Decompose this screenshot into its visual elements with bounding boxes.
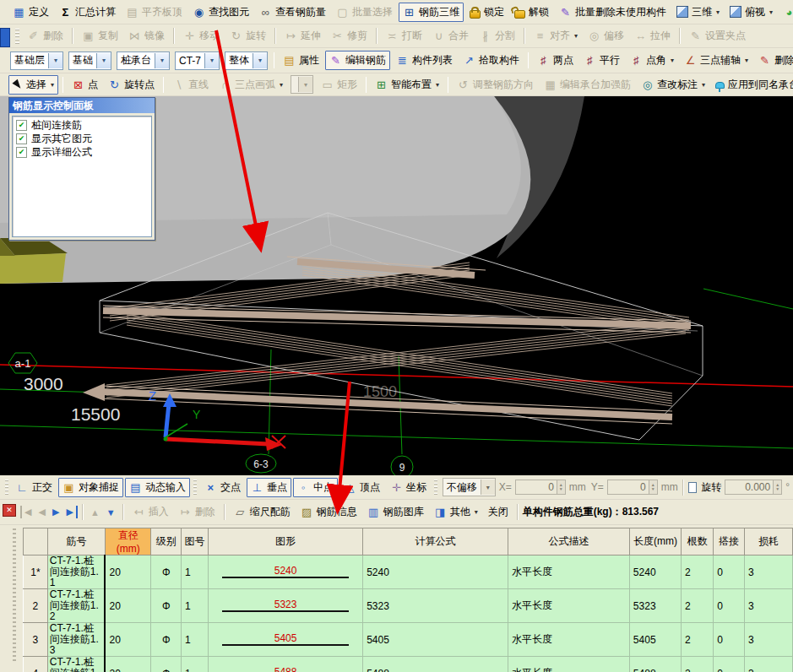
orbit-button[interactable]: ◕动态观察 [779, 3, 793, 22]
pick-component-button[interactable]: ↗拾取构件 [459, 51, 524, 70]
col-header-grade[interactable]: 级别 [151, 528, 182, 555]
row-header[interactable]: 4 [24, 657, 48, 672]
scaled-rebar-button[interactable]: ▱缩尺配筋 [230, 502, 295, 522]
delete-axis-button[interactable]: ✎删除 [754, 51, 793, 70]
rotate-angle-stepper[interactable]: 0.000▲▼ [725, 480, 782, 495]
apply-to-same-cap-button[interactable]: 应用到同名承台 [711, 75, 793, 95]
col-header-quantity[interactable]: 根数 [681, 528, 713, 555]
chevron-down-icon[interactable]: ▾ [745, 57, 748, 64]
component-list-button[interactable]: ≣构件列表 [392, 51, 457, 70]
row-header[interactable]: 3 [24, 623, 48, 657]
col-header-lap[interactable]: 搭接 [714, 528, 745, 555]
chevron-down-icon[interactable]: ▾ [51, 81, 54, 89]
col-header-length[interactable]: 长度(mm) [629, 528, 681, 555]
rotate-point-button[interactable]: ↻旋转点 [104, 75, 159, 95]
x-coordinate-stepper[interactable]: 0▲▼ [515, 480, 566, 495]
row-header[interactable]: 1* [24, 555, 48, 589]
component-combo[interactable]: CT-7▾ [175, 51, 220, 70]
toolbar-grip[interactable] [434, 480, 437, 495]
vertex-snap-button[interactable]: △顶点 [339, 478, 384, 497]
chevron-down-icon[interactable]: ▾ [702, 81, 705, 89]
table-row[interactable]: 3 CT-7-1.桩间连接筋1.3 20 Φ 1 5405 5405 水平长度 … [24, 623, 793, 657]
find-element-button[interactable]: ◉查找图元 [188, 3, 253, 22]
rebar-display-panel[interactable]: 钢筋显示控制面板 ✔ 桩间连接筋 ✔ 显示其它图元 ✔ 显示详细公式 [8, 97, 155, 241]
toolbar-grip[interactable] [193, 480, 197, 495]
other-menu-button[interactable]: ◨其他▾ [430, 502, 482, 522]
chevron-down-icon[interactable]: ▾ [475, 508, 478, 516]
edit-annotation-button[interactable]: ◎查改标注▾ [637, 75, 709, 95]
top-view-button[interactable]: 俯视▾ [725, 3, 777, 22]
close-pane-button[interactable]: ✕ [3, 504, 16, 517]
ortho-button[interactable]: ∟正交 [12, 478, 57, 497]
chevron-down-icon[interactable]: ▾ [716, 8, 720, 16]
summary-calc-button[interactable]: Σ汇总计算 [55, 3, 120, 22]
rebar-library-button[interactable]: ▥钢筋图库 [363, 502, 428, 522]
col-header-figure[interactable]: 图号 [182, 528, 209, 555]
chevron-down-icon[interactable]: ▾ [671, 57, 674, 64]
last-row-button[interactable]: ▶ [63, 506, 77, 518]
two-point-axis-button[interactable]: ♯两点 [533, 51, 578, 70]
point-button[interactable]: ⊠点 [68, 75, 102, 95]
scope-combo[interactable]: 整体▾ [225, 51, 268, 70]
rebar-3d-button[interactable]: ⊞钢筋三维 [399, 3, 464, 22]
panel-item-pile-link-rebar[interactable]: ✔ 桩间连接筋 [13, 118, 151, 132]
checkbox-checked-icon[interactable]: ✔ [16, 147, 27, 158]
lock-button[interactable]: 锁定 [465, 3, 508, 22]
floor-combo[interactable]: 基础层▾ [10, 51, 63, 70]
batch-delete-unused-button[interactable]: ✎批量删除未使用构件 [555, 3, 671, 22]
checkbox-checked-icon[interactable]: ✔ [16, 133, 27, 144]
drag-handle[interactable] [13, 528, 16, 664]
view-rebar-qty-button[interactable]: ∞查看钢筋量 [255, 3, 330, 22]
define-button[interactable]: ▦定义 [8, 3, 53, 22]
element-type-combo[interactable]: 桩承台▾ [117, 51, 170, 70]
chevron-down-icon[interactable]: ▾ [48, 53, 62, 68]
panel-title[interactable]: 钢筋显示控制面板 [9, 98, 155, 113]
col-header-formula[interactable]: 计算公式 [363, 528, 508, 555]
chevron-down-icon[interactable]: ▾ [253, 53, 267, 68]
smart-layout-button[interactable]: ⊞智能布置▾ [371, 75, 443, 95]
intersection-snap-button[interactable]: ×交点 [200, 478, 245, 497]
view-3d-button[interactable]: 三维▾ [672, 3, 724, 22]
chevron-down-icon[interactable]: ▾ [155, 53, 169, 68]
coordinate-snap-button[interactable]: ✛坐标 [386, 478, 431, 497]
table-row[interactable]: 2 CT-7-1.桩间连接筋1.2 20 Φ 1 5323 5323 水平长度 … [24, 589, 793, 623]
panel-item-show-detail-formula[interactable]: ✔ 显示详细公式 [13, 145, 151, 159]
midpoint-snap-button[interactable]: ◦中点 [293, 478, 338, 497]
select-button[interactable]: 选择▾ [8, 75, 58, 95]
chevron-down-icon[interactable]: ▾ [96, 53, 111, 68]
col-header-shape[interactable]: 图形 [208, 528, 362, 555]
close-table-button[interactable]: 关闭 [484, 502, 513, 522]
toolbar-grip[interactable] [5, 480, 8, 495]
corner-header[interactable] [24, 528, 48, 555]
chevron-down-icon[interactable]: ▾ [769, 8, 773, 16]
offset-mode-combo[interactable]: 不偏移▾ [443, 478, 496, 496]
chevron-down-icon[interactable]: ▾ [436, 81, 439, 89]
point-angle-axis-button[interactable]: ♯点角▾ [626, 51, 678, 70]
spin-down-icon[interactable]: ▼ [651, 487, 655, 491]
object-snap-button[interactable]: ▣对象捕捉 [58, 478, 123, 497]
panel-item-show-other-elements[interactable]: ✔ 显示其它图元 [13, 132, 151, 145]
chevron-down-icon[interactable]: ▾ [204, 53, 219, 68]
dynamic-input-button[interactable]: ▤动态输入 [125, 478, 190, 497]
next-row-button[interactable]: ▶ [50, 506, 62, 518]
y-coordinate-stepper[interactable]: 0▲▼ [607, 480, 658, 495]
properties-button[interactable]: ▤属性 [279, 51, 323, 70]
parallel-axis-button[interactable]: ♯平行 [579, 51, 624, 70]
move-row-down-button[interactable]: ▼ [104, 507, 118, 518]
three-point-aux-axis-button[interactable]: ∠三点辅轴▾ [680, 51, 752, 70]
unlock-button[interactable]: 解锁 [510, 3, 553, 22]
table-row[interactable]: 4 CT-7-1.桩间连接筋1.4 20 Φ 1 5488 5488 水平长度 … [24, 657, 793, 672]
col-header-name[interactable]: 筋号 [47, 528, 105, 555]
col-header-loss[interactable]: 损耗 [744, 528, 792, 555]
toolbar-grip[interactable] [15, 29, 19, 44]
category-combo[interactable]: 基础▾ [68, 51, 111, 70]
table-row[interactable]: 1* CT-7-1.桩间连接筋1.1 20 Φ 1 5240 5240 水平长度… [24, 555, 793, 589]
spin-down-icon[interactable]: ▼ [559, 487, 563, 491]
checkbox-checked-icon[interactable]: ✔ [16, 120, 27, 131]
rebar-info-button[interactable]: ▨钢筋信息 [296, 502, 361, 522]
col-header-diameter[interactable]: 直径(mm) [105, 528, 150, 555]
chevron-down-icon[interactable]: ▾ [481, 480, 495, 495]
row-header[interactable]: 2 [24, 589, 48, 623]
perpendicular-snap-button[interactable]: ⊥垂点 [247, 478, 291, 497]
edit-rebar-button[interactable]: ✎编辑钢筋 [325, 51, 390, 70]
